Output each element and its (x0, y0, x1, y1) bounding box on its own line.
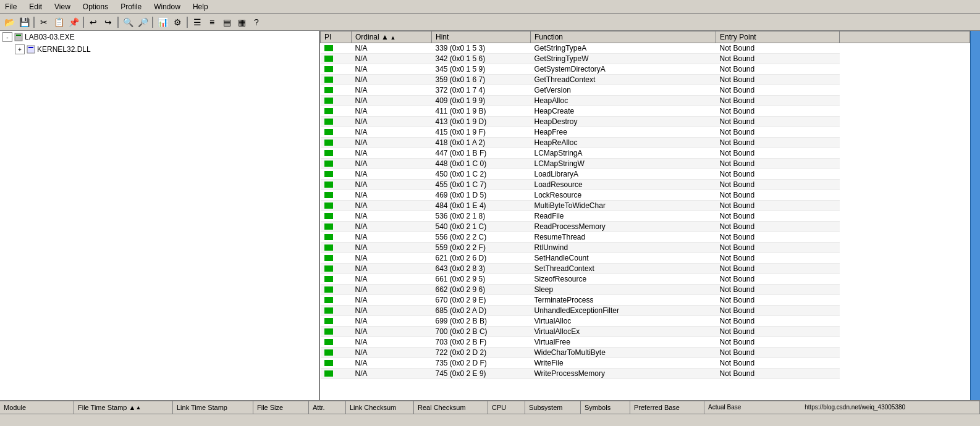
cell-pi (321, 369, 352, 379)
menu-view[interactable]: View (52, 2, 73, 12)
status-col-symbols[interactable]: Symbols (581, 401, 630, 414)
menu-profile[interactable]: Profile (118, 2, 144, 12)
table-row[interactable]: N/A418 (0x0 1 A 2)HeapReAllocNot Bound (321, 138, 970, 148)
toolbar-list3[interactable]: ▤ (220, 15, 234, 29)
status-col-real-checksum[interactable]: Real Checksum (414, 401, 488, 414)
col-ordinal[interactable]: Ordinal ▲ (352, 31, 432, 43)
table-row[interactable]: N/A621 (0x0 2 6 D)SetHandleCountNot Boun… (321, 253, 970, 264)
table-row[interactable]: N/A413 (0x0 1 9 D)HeapDestroyNot Bound (321, 117, 970, 127)
toolbar-undo[interactable]: ↩ (87, 15, 100, 29)
status-col-link-checksum[interactable]: Link Checksum (346, 401, 414, 414)
table-row[interactable]: N/A662 (0x0 2 9 6)SleepNot Bound (321, 285, 970, 295)
table-row[interactable]: N/A700 (0x0 2 B C)VirtualAllocExNot Boun… (321, 327, 970, 337)
table-row[interactable]: N/A447 (0x0 1 B F)LCMapStringANot Bound (321, 148, 970, 159)
table-row[interactable]: N/A372 (0x0 1 7 4)GetVersionNot Bound (321, 85, 970, 96)
cell-hint: 342 (0x0 1 5 6) (432, 54, 531, 64)
menu-edit[interactable]: Edit (27, 2, 44, 12)
table-row[interactable]: N/A643 (0x0 2 8 3)SetThreadContextNot Bo… (321, 264, 970, 274)
table-row[interactable]: N/A448 (0x0 1 C 0)LCMapStringWNot Bound (321, 159, 970, 169)
status-col-actual-base[interactable]: Actual Base https://blog.csdn.net/weiq_4… (704, 401, 980, 414)
cell-ordinal: N/A (352, 211, 432, 222)
table-row[interactable]: N/A661 (0x0 2 9 5)SizeofResourceNot Boun… (321, 274, 970, 285)
status-columns: Module File Time Stamp ▲ Link Time Stamp… (0, 401, 980, 414)
col-pi[interactable]: PI (321, 31, 352, 43)
cell-ordinal: N/A (352, 127, 432, 138)
table-row[interactable]: N/A359 (0x0 1 6 7)GetThreadContextNot Bo… (321, 75, 970, 85)
menu-options[interactable]: Options (80, 2, 111, 12)
toolbar-open[interactable]: 📂 (2, 15, 16, 29)
menu-help[interactable]: Help (190, 2, 211, 12)
cell-hint: 484 (0x0 1 E 4) (432, 201, 531, 211)
status-row2 (0, 414, 980, 426)
tree-expand-lab03[interactable]: - (2, 32, 12, 42)
pi-indicator (324, 360, 333, 366)
table-row[interactable]: N/A540 (0x0 2 1 C)ReadProcessMemoryNot B… (321, 222, 970, 232)
table-row[interactable]: N/A415 (0x0 1 9 F)HeapFreeNot Bound (321, 127, 970, 138)
toolbar-list4[interactable]: ▦ (235, 15, 248, 29)
cell-hint: 447 (0x0 1 B F) (432, 148, 531, 159)
status-col-link-time[interactable]: Link Time Stamp (173, 401, 253, 414)
toolbar-zoom[interactable]: 🔎 (136, 15, 150, 29)
toolbar-chart[interactable]: 📊 (156, 15, 169, 29)
table-row[interactable]: N/A450 (0x0 1 C 2)LoadLibraryANot Bound (321, 169, 970, 180)
cell-entry-point: Not Bound (716, 106, 840, 117)
toolbar-copy[interactable]: 📋 (52, 15, 65, 29)
cell-hint: 450 (0x0 1 C 2) (432, 169, 531, 180)
table-row[interactable]: N/A699 (0x0 2 B B)VirtualAllocNot Bound (321, 316, 970, 327)
status-col-pref-base[interactable]: Preferred Base (630, 401, 704, 414)
status-col-file-time[interactable]: File Time Stamp ▲ (74, 401, 173, 414)
menu-window[interactable]: Window (151, 2, 183, 12)
cell-hint: 700 (0x0 2 B C) (432, 327, 531, 337)
cell-pi (321, 127, 352, 138)
table-row[interactable]: N/A722 (0x0 2 D 2)WideCharToMultiByteNot… (321, 348, 970, 358)
toolbar-search[interactable]: 🔍 (121, 15, 135, 29)
table-row[interactable]: N/A536 (0x0 2 1 8)ReadFileNot Bound (321, 211, 970, 222)
status-col-cpu[interactable]: CPU (488, 401, 525, 414)
cell-entry-point: Not Bound (716, 285, 840, 295)
table-row[interactable]: N/A455 (0x0 1 C 7)LoadResourceNot Bound (321, 180, 970, 190)
table-row[interactable]: N/A559 (0x0 2 2 F)RtlUnwindNot Bound (321, 243, 970, 253)
toolbar-save[interactable]: 💾 (17, 15, 31, 29)
cell-pi (321, 64, 352, 75)
col-function[interactable]: Function (531, 31, 716, 43)
table-row[interactable]: N/A342 (0x0 1 5 6)GetStringTypeWNot Boun… (321, 54, 970, 64)
status-col-attr[interactable]: Attr. (309, 401, 346, 414)
toolbar-settings[interactable]: ⚙ (171, 15, 184, 29)
cell-function: SetHandleCount (531, 253, 716, 264)
pi-indicator (324, 150, 333, 156)
col-entry-point[interactable]: Entry Point (716, 31, 840, 43)
cell-ordinal: N/A (352, 180, 432, 190)
menu-file[interactable]: File (2, 2, 19, 12)
toolbar-paste[interactable]: 📌 (67, 15, 80, 29)
status-col-file-size[interactable]: File Size (253, 401, 309, 414)
toolbar-redo[interactable]: ↪ (101, 15, 115, 29)
table-row[interactable]: N/A685 (0x0 2 A D)UnhandledExceptionFilt… (321, 306, 970, 316)
toolbar-list2[interactable]: ≡ (205, 15, 219, 29)
table-row[interactable]: N/A670 (0x0 2 9 E)TerminateProcessNot Bo… (321, 295, 970, 306)
table-row[interactable]: N/A745 (0x0 2 E 9)WriteProcessMemoryNot … (321, 369, 970, 379)
toolbar-cut[interactable]: ✂ (37, 15, 51, 29)
col-hint[interactable]: Hint (432, 31, 531, 43)
tree-expand-kernel32[interactable]: + (15, 44, 25, 54)
cell-ordinal: N/A (352, 274, 432, 285)
pi-indicator (324, 66, 333, 72)
status-col-subsystem[interactable]: Subsystem (525, 401, 581, 414)
pi-indicator (324, 213, 333, 219)
table-row[interactable]: N/A339 (0x0 1 5 3)GetStringTypeANot Boun… (321, 43, 970, 54)
cell-function: GetStringTypeA (531, 43, 716, 54)
toolbar-question[interactable]: ? (250, 15, 263, 29)
tree-item-kernel32dll[interactable]: + KERNEL32.DLL (0, 43, 319, 56)
table-row[interactable]: N/A411 (0x0 1 9 B)HeapCreateNot Bound (321, 106, 970, 117)
table-row[interactable]: N/A735 (0x0 2 D F)WriteFileNot Bound (321, 358, 970, 369)
table-row[interactable]: N/A469 (0x0 1 D 5)LockResourceNot Bound (321, 190, 970, 201)
tree-item-lab03exe[interactable]: - LAB03-03.EXE (0, 31, 319, 43)
status-col-module[interactable]: Module (0, 401, 74, 414)
toolbar-list1[interactable]: ☰ (190, 15, 204, 29)
table-row[interactable]: N/A703 (0x0 2 B F)VirtualFreeNot Bound (321, 337, 970, 348)
table-row[interactable]: N/A484 (0x0 1 E 4)MultiByteToWideCharNot… (321, 201, 970, 211)
far-right-scrollbar[interactable] (970, 31, 980, 400)
table-row[interactable]: N/A345 (0x0 1 5 9)GetSystemDirectoryANot… (321, 64, 970, 75)
table-row[interactable]: N/A556 (0x0 2 2 C)ResumeThreadNot Bound (321, 232, 970, 243)
table-row[interactable]: N/A409 (0x0 1 9 9)HeapAllocNot Bound (321, 96, 970, 106)
table-container[interactable]: PI Ordinal ▲ Hint Function Entry Point N… (320, 31, 970, 400)
